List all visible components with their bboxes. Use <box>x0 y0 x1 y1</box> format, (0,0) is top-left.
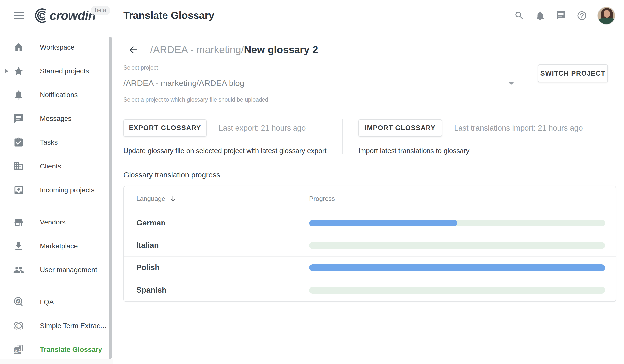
page-title: Translate Glossary <box>123 10 514 21</box>
sort-descending-arrow-icon[interactable] <box>169 195 177 203</box>
sidebar-item-label: Vendors <box>40 218 66 226</box>
breadcrumb-row: /ARDEA - marketing/New glossary 2 <box>123 44 616 56</box>
sidebar-item-label: Incoming projects <box>40 186 94 194</box>
glossary-actions-row: EXPORT GLOSSARY Last export: 21 hours ag… <box>123 119 616 155</box>
home-icon <box>13 41 25 53</box>
sidebar-scrollbar[interactable] <box>109 37 112 359</box>
project-select-row: Select project /ARDEA - marketing/ARDEA … <box>123 64 616 103</box>
crowdin-logo-icon <box>32 7 49 24</box>
project-select-group: Select project /ARDEA - marketing/ARDEA … <box>123 64 517 103</box>
svg-text:A: A <box>17 299 20 303</box>
sidebar-item-notifications[interactable]: Notifications <box>0 83 113 107</box>
bell-icon <box>13 89 25 101</box>
progress-bar <box>309 242 605 249</box>
sidebar-item-label: Messages <box>40 115 72 123</box>
language-name: German <box>136 219 165 227</box>
top-bar-actions <box>514 7 615 25</box>
logo-text: crowdin <box>50 8 96 23</box>
sidebar-item-user-management[interactable]: User management <box>0 258 113 282</box>
sidebar-item-label: Marketplace <box>40 242 78 250</box>
user-avatar[interactable] <box>597 7 615 25</box>
messages-chat-icon[interactable] <box>556 10 566 21</box>
switch-project-button[interactable]: SWITCH PROJECT <box>538 64 608 82</box>
top-bar-brand-area: crowdin beta <box>0 0 113 31</box>
progress-table-header: Language Progress <box>124 186 616 212</box>
star-icon <box>13 65 25 77</box>
main-content: /ARDEA - marketing/New glossary 2 Select… <box>113 31 624 364</box>
progress-table: Language Progress German Italian Polish <box>123 186 616 302</box>
hamburger-menu-icon[interactable] <box>14 12 24 19</box>
table-row: Italian <box>124 234 616 257</box>
notifications-bell-icon[interactable] <box>535 10 545 21</box>
table-row: Spanish <box>124 279 616 301</box>
sidebar-item-lqa[interactable]: A LQA <box>0 290 113 314</box>
table-row: Polish <box>124 257 616 279</box>
clients-building-icon <box>13 160 25 172</box>
import-description: Import latest translations to glossary <box>358 147 583 155</box>
import-section: IMPORT GLOSSARY Last translations import… <box>343 119 583 155</box>
download-icon <box>13 240 25 252</box>
beta-badge: beta <box>91 6 110 15</box>
project-select-label: Select project <box>123 64 517 71</box>
sidebar: Workspace Starred projects Notifications… <box>0 31 113 364</box>
progress-bar <box>309 264 605 271</box>
back-arrow-icon[interactable] <box>128 44 139 55</box>
export-glossary-button[interactable]: EXPORT GLOSSARY <box>123 119 207 137</box>
breadcrumb-prefix[interactable]: /ARDEA - marketing/ <box>150 44 244 55</box>
sidebar-item-label: Notifications <box>40 91 78 99</box>
sidebar-item-starred-projects[interactable]: Starred projects <box>0 59 113 83</box>
progress-bar-fill <box>309 264 605 271</box>
project-select-value: /ARDEA - marketing/ARDEA blog <box>123 79 244 88</box>
sidebar-item-workspace[interactable]: Workspace <box>0 35 113 59</box>
breadcrumb-current: New glossary 2 <box>244 44 318 55</box>
atom-icon: E <box>13 320 25 332</box>
export-description: Update glossary file on selected project… <box>123 147 342 155</box>
breadcrumb: /ARDEA - marketing/New glossary 2 <box>150 44 318 56</box>
sidebar-item-label: LQA <box>40 298 54 306</box>
sidebar-item-label: User management <box>40 266 97 274</box>
sidebar-bottom-strip <box>0 359 113 364</box>
sidebar-item-clients[interactable]: Clients <box>0 154 113 178</box>
import-status: Last translations import: 21 hours ago <box>454 124 583 133</box>
storefront-icon <box>13 216 25 228</box>
sidebar-item-tasks[interactable]: Tasks <box>0 131 113 154</box>
chevron-down-icon <box>508 82 514 85</box>
sidebar-item-label: Clients <box>40 162 61 170</box>
sidebar-divider <box>12 286 97 286</box>
language-name: Polish <box>136 263 160 272</box>
progress-bar-fill <box>309 220 457 226</box>
sidebar-item-messages[interactable]: Messages <box>0 107 113 131</box>
lqa-icon: A <box>13 296 25 308</box>
app-root: crowdin beta Translate Glossary <box>0 0 624 364</box>
sidebar-item-label: Workspace <box>40 43 75 51</box>
column-header-progress[interactable]: Progress <box>309 195 335 202</box>
top-bar: crowdin beta Translate Glossary <box>0 0 624 31</box>
inbox-download-icon <box>13 184 25 196</box>
search-icon[interactable] <box>514 10 525 21</box>
sidebar-divider <box>12 206 97 206</box>
sidebar-item-label: Starred projects <box>40 67 89 75</box>
translate-glossary-icon: 文A <box>13 344 25 356</box>
project-select-dropdown[interactable]: /ARDEA - marketing/ARDEA blog <box>123 75 517 92</box>
export-section: EXPORT GLOSSARY Last export: 21 hours ag… <box>123 119 342 155</box>
people-icon <box>13 264 25 276</box>
chat-icon <box>13 113 25 125</box>
sidebar-item-translate-glossary[interactable]: 文A Translate Glossary <box>0 338 113 362</box>
crowdin-logo[interactable]: crowdin <box>32 7 96 24</box>
sidebar-item-label: Translate Glossary <box>40 346 102 354</box>
sidebar-item-label: Tasks <box>40 139 58 146</box>
chevron-right-icon[interactable] <box>5 69 8 73</box>
sidebar-item-label: Simple Term Extrac… <box>40 322 107 330</box>
progress-bar <box>309 220 605 226</box>
help-icon[interactable] <box>577 10 587 21</box>
svg-text:E: E <box>17 324 20 328</box>
sidebar-item-simple-term-extraction[interactable]: E Simple Term Extrac… <box>0 314 113 338</box>
import-glossary-button[interactable]: IMPORT GLOSSARY <box>358 119 442 137</box>
sidebar-item-marketplace[interactable]: Marketplace <box>0 234 113 258</box>
svg-text:文A: 文A <box>14 349 21 353</box>
column-header-language[interactable]: Language <box>136 195 165 203</box>
sidebar-item-incoming-projects[interactable]: Incoming projects <box>0 178 113 202</box>
language-name: Italian <box>136 241 159 250</box>
sidebar-item-vendors[interactable]: Vendors <box>0 210 113 234</box>
table-row: German <box>124 212 616 234</box>
